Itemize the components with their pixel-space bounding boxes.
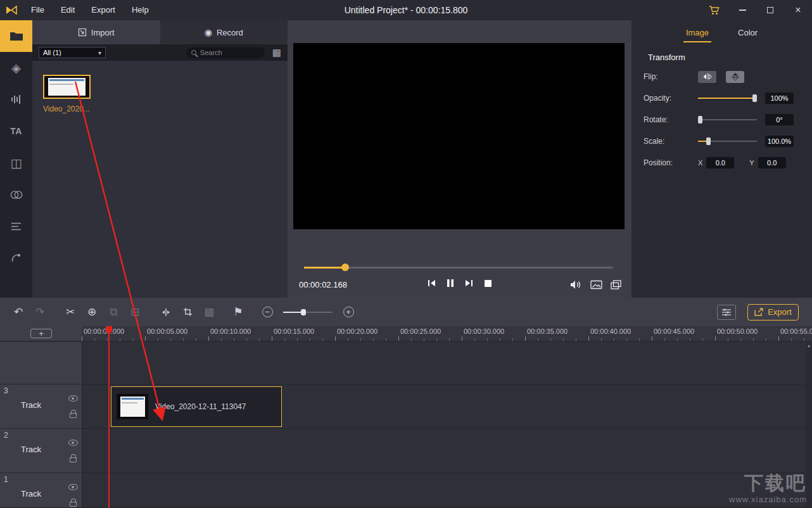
sidebar-item-media[interactable] [0, 20, 32, 52]
rotate-value[interactable]: 0° [765, 114, 794, 125]
grid-view-icon[interactable]: ▦ [272, 47, 281, 58]
opacity-label: Opacity: [644, 94, 698, 103]
scale-slider[interactable] [698, 137, 757, 145]
media-item-preview [48, 78, 85, 96]
scroll-up-icon[interactable]: ▲ [806, 343, 811, 349]
clip-thumbnail [117, 394, 148, 419]
track-1-header: 1 Track [0, 473, 82, 508]
flip-horizontal-button[interactable] [698, 71, 716, 83]
position-x-field[interactable]: 0.0 [706, 157, 734, 168]
tab-record[interactable]: ◉ Record [160, 20, 288, 44]
search-icon [191, 50, 196, 55]
zoom-slider-handle[interactable] [301, 309, 306, 315]
maximize-button[interactable] [756, 0, 784, 20]
playhead-line[interactable] [108, 326, 110, 508]
effects-icon [11, 253, 22, 263]
rotate-slider[interactable] [698, 116, 757, 124]
close-button[interactable]: × [784, 0, 812, 20]
flip-vertical-button[interactable] [726, 71, 744, 83]
sidebar-item-effects[interactable] [0, 242, 32, 274]
media-filter-select[interactable]: All (1) ▾ [39, 47, 106, 58]
zoom-in-button[interactable]: + [338, 303, 359, 322]
menu-edit[interactable]: Edit [53, 0, 83, 20]
add-clip-button[interactable]: ⊕ [81, 303, 103, 322]
undo-button[interactable]: ↶ [8, 303, 29, 322]
sidebar-item-filters[interactable] [0, 179, 32, 210]
next-frame-button[interactable] [464, 279, 474, 288]
add-track-icon: + [39, 329, 44, 338]
track-lock-icon[interactable] [70, 502, 77, 507]
crop-button[interactable] [177, 303, 198, 322]
delete-button[interactable]: ⊟ [124, 303, 146, 322]
timeline-empty-row [0, 342, 812, 384]
scale-label: Scale: [644, 137, 698, 146]
titlebar: File Edit Export Help Untitled Project* … [0, 0, 812, 20]
search-input[interactable] [200, 49, 254, 56]
seek-handle[interactable] [341, 264, 349, 271]
timeline-ruler[interactable]: 00:00:00.000 00:00:05.000 00:00:10.000 0… [82, 326, 812, 341]
opacity-slider[interactable] [698, 94, 757, 102]
track-lock-icon[interactable] [70, 413, 77, 418]
sidebar-item-audio[interactable] [0, 84, 32, 115]
trim-button[interactable] [155, 303, 177, 322]
crop-icon [183, 307, 193, 317]
sidebar-item-text[interactable]: TA [0, 115, 32, 147]
menu-file[interactable]: File [23, 0, 53, 20]
mosaic-button[interactable]: ▩ [198, 303, 220, 322]
sidebar-item-elements[interactable] [0, 210, 32, 242]
track-1-lane[interactable] [82, 473, 812, 508]
sidebar: ◈ TA ◫ [0, 20, 32, 298]
redo-button[interactable]: ↷ [29, 303, 51, 322]
marker-button[interactable]: ⚑ [227, 303, 249, 322]
menu-help[interactable]: Help [124, 0, 157, 20]
previous-frame-button[interactable] [427, 279, 436, 288]
search-box[interactable] [186, 48, 265, 58]
seek-bar[interactable] [304, 264, 613, 271]
export-label: Export [768, 307, 792, 317]
track-visibility-icon[interactable] [68, 395, 78, 402]
volume-icon[interactable] [570, 280, 582, 289]
timeline-zoom-slider[interactable] [283, 308, 333, 316]
position-y-field[interactable]: 0.0 [758, 157, 786, 168]
track-3-header: 3 Track [0, 384, 82, 429]
track-number: 2 [4, 431, 8, 440]
ruler-label: 00:00:55.000 [780, 327, 812, 335]
menu-export[interactable]: Export [83, 0, 124, 20]
position-y-label: Y [749, 159, 754, 167]
window-controls: × [701, 0, 812, 20]
opacity-value[interactable]: 100% [765, 92, 794, 104]
video-preview[interactable] [293, 43, 625, 229]
pause-button[interactable] [447, 279, 454, 288]
stop-button[interactable] [484, 279, 492, 288]
export-button[interactable]: Export [747, 304, 799, 321]
media-item[interactable]: Video_2020... [43, 75, 91, 113]
split-screen-icon: ◫ [11, 156, 22, 170]
ruler-label: 00:00:00.000 [84, 327, 124, 335]
copy-button[interactable]: ⧉ [103, 303, 124, 322]
zoom-out-button[interactable]: − [257, 303, 278, 322]
split-scissors-button[interactable]: ✂ [60, 303, 81, 322]
undo-icon: ↶ [14, 305, 23, 319]
add-track-button[interactable]: + [30, 329, 52, 338]
track-row-2: 2 Track [0, 429, 812, 473]
track-2-lane[interactable] [82, 429, 812, 473]
duplicate-screen-icon[interactable] [611, 280, 621, 289]
track-visibility-icon[interactable] [68, 440, 78, 446]
snapshot-icon[interactable] [590, 280, 602, 289]
timeline-scrollbar[interactable]: ▲ [806, 342, 812, 508]
tab-import[interactable]: Import [32, 20, 160, 44]
tab-color[interactable]: Color [735, 27, 760, 42]
scale-value[interactable]: 100.0% [765, 136, 794, 147]
track-visibility-icon[interactable] [68, 484, 78, 490]
track-number: 3 [4, 386, 8, 395]
media-panel: Import ◉ Record All (1) ▾ ▦ Video_2020..… [32, 20, 288, 298]
sidebar-item-transitions[interactable]: ◈ [0, 52, 32, 84]
keyframe-panel-button[interactable] [717, 305, 736, 320]
store-cart-icon[interactable] [701, 0, 728, 20]
minimize-button[interactable] [728, 0, 756, 20]
timeline-clip[interactable]: Video_2020-12-11_113047 [111, 386, 282, 427]
tab-image[interactable]: Image [683, 27, 711, 42]
ruler-ticks [82, 326, 812, 341]
track-lock-icon[interactable] [70, 457, 77, 462]
sidebar-item-overlays[interactable]: ◫ [0, 147, 32, 179]
